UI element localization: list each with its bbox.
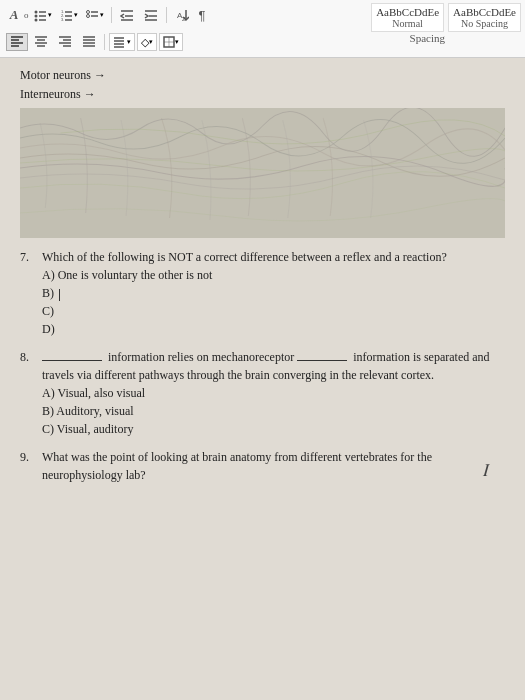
justify-button[interactable] (78, 33, 100, 51)
spacing-label: Spacing (410, 32, 445, 44)
q7-body: Which of the following is NOT a correct … (42, 248, 447, 266)
q9-number: 9. (20, 448, 38, 484)
style-nospacing-box[interactable]: AaBbCcDdEe No Spacing (448, 3, 521, 32)
style-normal-label: Normal (392, 18, 423, 29)
q8-option-c: C) Visual, auditory (20, 420, 505, 438)
text-cursor: 𝐼 (483, 457, 489, 484)
svg-point-0 (34, 10, 37, 13)
svg-point-12 (86, 10, 89, 13)
outline-button[interactable]: ▾ (83, 6, 107, 24)
align-left-button[interactable] (6, 33, 28, 51)
sort-button[interactable]: A Z (171, 6, 193, 24)
q8-number: 8. (20, 348, 38, 384)
style-nospacing-preview: AaBbCcDdEe (453, 6, 516, 18)
toolbar-row-1: A o ▾ (6, 6, 359, 24)
question-7: 7. Which of the following is NOT a corre… (20, 248, 505, 338)
increase-indent-button[interactable] (140, 6, 162, 24)
line-spacing-dropdown[interactable]: ▾ (109, 33, 135, 51)
question-9-text: 9. What was the point of looking at brai… (20, 448, 505, 484)
style-previews: AaBbCcDdEe Normal AaBbCcDdEe No Spacing (371, 3, 521, 32)
align-right-button[interactable] (54, 33, 76, 51)
svg-point-14 (86, 14, 89, 17)
q8-option-a: A) Visual, also visual (20, 384, 505, 402)
decrease-indent-button[interactable] (116, 6, 138, 24)
svg-point-2 (34, 14, 37, 17)
question-7-text: 7. Which of the following is NOT a corre… (20, 248, 505, 266)
outline-icon (86, 8, 100, 22)
toolbar-row-2: ▾ ◇ ▾ ▾ Spacing (6, 33, 359, 51)
numbering-button[interactable]: 1. 2. 3. ▾ (57, 6, 81, 24)
chevron-down-icon: ▾ (48, 11, 52, 19)
chevron-down-icon: ▾ (100, 11, 104, 19)
font-icon: A (6, 7, 22, 23)
q7-option-d: D) (20, 320, 505, 338)
chevron-down-icon: ▾ (74, 11, 78, 19)
top-lines: Motor neurons → Interneurons → (20, 66, 505, 104)
line-motor-neurons: Motor neurons → (20, 66, 505, 85)
q7-option-b: B) (20, 284, 505, 302)
document-area[interactable]: Motor neurons → Interneurons → (0, 58, 525, 700)
style-nospacing-label: No Spacing (461, 18, 508, 29)
separator-2 (166, 7, 167, 23)
q7-option-c: C) (20, 302, 505, 320)
shading-dropdown[interactable]: ◇ ▾ (137, 33, 157, 51)
question-8: 8. information relies on mechanoreceptor… (20, 348, 505, 438)
line-interneurons: Interneurons → (20, 85, 505, 104)
question-8-text: 8. information relies on mechanoreceptor… (20, 348, 505, 384)
svg-text:3.: 3. (61, 17, 64, 22)
q8-option-b: B) Auditory, visual (20, 402, 505, 420)
q7-option-a: A) One is voluntary the other is not (20, 266, 505, 284)
superscript-icon: o (24, 10, 29, 20)
svg-rect-49 (20, 108, 505, 238)
border-dropdown[interactable]: ▾ (159, 33, 183, 51)
separator-1 (111, 7, 112, 23)
bullets-icon (34, 8, 48, 22)
q8-body: information relies on mechanoreceptor in… (42, 348, 505, 384)
chevron-down-icon: ▾ (175, 38, 179, 46)
q9-body: What was the point of looking at brain a… (42, 448, 505, 484)
spacing-label-area: Spacing (410, 32, 445, 44)
svg-point-4 (34, 18, 37, 21)
chevron-down-icon: ▾ (149, 38, 153, 46)
app-window: A o ▾ (0, 0, 525, 700)
q7-number: 7. (20, 248, 38, 266)
separator-3 (104, 34, 105, 50)
shading-icon: ◇ (141, 36, 149, 49)
align-center-button[interactable] (30, 33, 52, 51)
style-normal-preview: AaBbCcDdEe (376, 6, 439, 18)
brain-image (20, 108, 505, 238)
chevron-down-icon: ▾ (127, 38, 131, 46)
pilcrow-button[interactable]: ¶ (195, 6, 210, 24)
numbering-icon: 1. 2. 3. (60, 8, 74, 22)
toolbar: A o ▾ (0, 0, 525, 58)
question-9: 9. What was the point of looking at brai… (20, 448, 505, 484)
bullets-button[interactable]: ▾ (31, 6, 55, 24)
style-normal-box[interactable]: AaBbCcDdEe Normal (371, 3, 444, 32)
